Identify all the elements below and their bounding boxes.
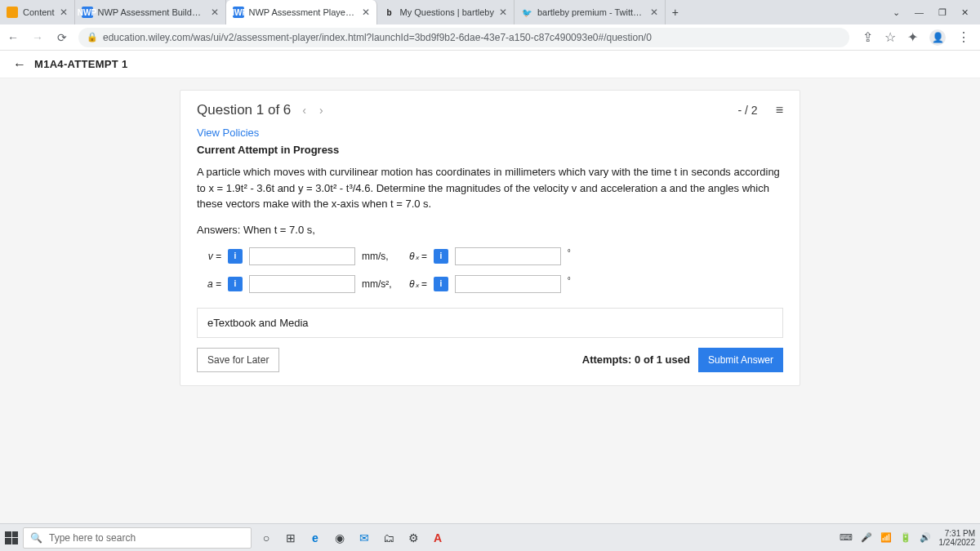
theta-a-label: θₓ = <box>409 278 427 290</box>
favicon-twitter: 🐦 <box>521 7 532 18</box>
system-tray: ⌨ 🎤 📶 🔋 🔊 7:31 PM 1/24/2022 <box>840 529 976 547</box>
degree-symbol: ° <box>568 248 571 257</box>
volume-icon[interactable]: 🔊 <box>920 532 931 543</box>
chevron-down-icon[interactable]: ⌄ <box>893 7 900 18</box>
question-score: - / 2 <box>738 104 758 117</box>
cortana-icon[interactable]: ○ <box>256 528 276 548</box>
settings-icon[interactable]: ⚙ <box>403 528 423 548</box>
answers-label: Answers: When t = 7.0 s, <box>197 224 783 236</box>
lock-icon[interactable]: 🔒 <box>87 32 98 42</box>
tab-label: My Questions | bartleby <box>400 7 494 17</box>
question-list-icon[interactable]: ≡ <box>776 103 783 118</box>
content-area: Question 1 of 6 ‹ › - / 2 ≡ View Policie… <box>0 78 980 523</box>
close-icon[interactable]: ✕ <box>211 7 219 18</box>
kebab-menu-icon[interactable]: ⋮ <box>957 29 970 45</box>
start-button[interactable] <box>5 531 18 544</box>
velocity-unit: mm/s, <box>362 251 403 262</box>
tab-nwp-builder[interactable]: NWP NWP Assessment Builder UI Appl ✕ <box>75 0 226 24</box>
theta-v-input[interactable] <box>455 247 561 265</box>
taskbar-date: 1/24/2022 <box>939 538 976 547</box>
keyboard-icon[interactable]: ⌨ <box>840 532 853 543</box>
reload-button[interactable]: ⟳ <box>54 31 70 44</box>
battery-icon[interactable]: 🔋 <box>900 532 911 543</box>
info-icon[interactable]: i <box>228 249 243 264</box>
question-title: Question 1 of 6 <box>197 102 291 118</box>
tab-label: NWP Assessment Builder UI Appl <box>98 7 206 17</box>
tab-label: NWP Assessment Player UI Appli <box>249 7 357 17</box>
answer-row-velocity: v = i mm/s, θₓ = i ° <box>197 247 783 265</box>
back-button[interactable]: ← <box>5 31 21 44</box>
file-explorer-icon[interactable]: 🗂 <box>379 528 399 548</box>
question-footer: Save for Later Attempts: 0 of 1 used Sub… <box>197 348 783 372</box>
search-placeholder: Type here to search <box>49 532 136 544</box>
view-policies-link[interactable]: View Policies <box>197 127 259 139</box>
question-header: Question 1 of 6 ‹ › - / 2 ≡ <box>197 102 783 118</box>
close-icon[interactable]: ✕ <box>60 7 68 18</box>
assessment-back-button[interactable]: ← <box>13 57 26 72</box>
assessment-header: ← M1A4-ATTEMPT 1 <box>0 51 980 78</box>
tab-content[interactable]: Content ✕ <box>0 0 75 24</box>
close-icon[interactable]: ✕ <box>499 7 507 18</box>
submit-answer-button[interactable]: Submit Answer <box>698 348 783 372</box>
address-bar-icons: ⇪ ☆ ✦ 👤 ⋮ <box>858 29 975 46</box>
theta-v-label: θₓ = <box>409 251 427 262</box>
profile-icon[interactable]: 👤 <box>929 29 946 46</box>
windows-taskbar: 🔍 Type here to search ○ ⊞ e ◉ ✉ 🗂 ⚙ A ⌨ … <box>0 523 980 551</box>
tab-twitter[interactable]: 🐦 bartleby premium - Twitter Searc ✕ <box>514 0 666 24</box>
attempt-status-label: Current Attempt in Progress <box>197 144 783 156</box>
save-for-later-button[interactable]: Save for Later <box>197 348 279 372</box>
app-a-icon[interactable]: A <box>428 528 448 548</box>
forward-button[interactable]: → <box>29 31 46 44</box>
chrome-icon[interactable]: ◉ <box>330 528 350 548</box>
extensions-icon[interactable]: ✦ <box>907 29 918 45</box>
assessment-title: M1A4-ATTEMPT 1 <box>34 58 127 70</box>
tab-label: bartleby premium - Twitter Searc <box>537 7 645 17</box>
window-controls: ⌄ — ❐ ✕ <box>881 7 980 18</box>
tab-bartleby[interactable]: b My Questions | bartleby ✕ <box>377 0 514 24</box>
favicon-nwp: NWP <box>82 7 93 18</box>
taskbar-search[interactable]: 🔍 Type here to search <box>23 527 252 549</box>
taskbar-time: 7:31 PM <box>939 529 976 538</box>
velocity-input[interactable] <box>249 247 355 265</box>
problem-statement: A particle which moves with curvilinear … <box>197 164 783 212</box>
etextbook-media-button[interactable]: eTextbook and Media <box>197 308 783 338</box>
question-card: Question 1 of 6 ‹ › - / 2 ≡ View Policie… <box>180 90 800 386</box>
attempts-label: Attempts: 0 of 1 used <box>582 353 690 366</box>
theta-a-input[interactable] <box>455 275 561 293</box>
taskbar-clock[interactable]: 7:31 PM 1/24/2022 <box>939 529 976 547</box>
close-icon[interactable]: ✕ <box>650 7 658 18</box>
address-bar-row: ← → ⟳ 🔒 education.wiley.com/was/ui/v2/as… <box>0 24 980 51</box>
mail-icon[interactable]: ✉ <box>354 528 374 548</box>
share-icon[interactable]: ⇪ <box>862 29 873 45</box>
search-icon: 🔍 <box>30 532 42 544</box>
info-icon[interactable]: i <box>434 249 448 264</box>
degree-symbol: ° <box>568 276 571 285</box>
mic-icon[interactable]: 🎤 <box>861 532 872 543</box>
star-icon[interactable]: ☆ <box>884 29 896 45</box>
favicon-nwp: NWP <box>233 7 244 18</box>
tab-nwp-player[interactable]: NWP NWP Assessment Player UI Appli ✕ <box>226 0 377 24</box>
acceleration-input[interactable] <box>249 275 355 293</box>
browser-tab-strip: Content ✕ NWP NWP Assessment Builder UI … <box>0 0 980 24</box>
acceleration-unit: mm/s², <box>362 278 403 290</box>
close-window-icon[interactable]: ✕ <box>961 7 969 18</box>
answer-row-acceleration: a = i mm/s², θₓ = i ° <box>197 275 783 293</box>
info-icon[interactable]: i <box>228 277 243 291</box>
edge-icon[interactable]: e <box>305 528 325 548</box>
tab-label: Content <box>23 7 55 17</box>
favicon-content <box>7 7 18 18</box>
prev-question-button[interactable]: ‹ <box>301 104 308 117</box>
maximize-icon[interactable]: ❐ <box>938 7 947 18</box>
wifi-icon[interactable]: 📶 <box>880 532 892 543</box>
info-icon[interactable]: i <box>434 277 448 291</box>
var-a-label: a = <box>197 278 221 290</box>
new-tab-button[interactable]: + <box>666 6 685 19</box>
task-view-icon[interactable]: ⊞ <box>281 528 301 548</box>
next-question-button[interactable]: › <box>318 104 325 117</box>
url-bar[interactable]: 🔒 education.wiley.com/was/ui/v2/assessme… <box>78 28 849 47</box>
minimize-icon[interactable]: — <box>915 7 924 17</box>
favicon-bartleby: b <box>384 7 395 18</box>
close-icon[interactable]: ✕ <box>362 7 370 18</box>
var-v-label: v = <box>197 251 221 262</box>
url-text: education.wiley.com/was/ui/v2/assessment… <box>103 32 652 43</box>
